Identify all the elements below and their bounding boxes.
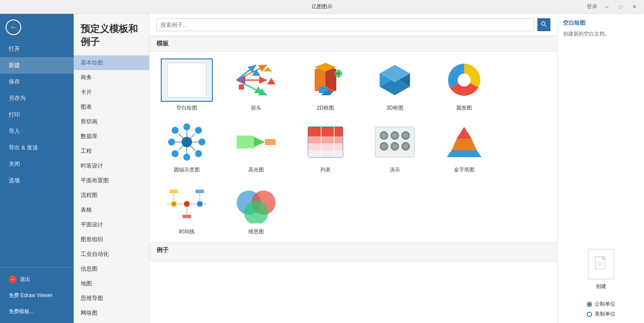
metric-label: 公制单位 <box>595 300 615 308</box>
svg-rect-52 <box>308 136 343 143</box>
category-item-table[interactable]: 表格 <box>74 203 149 217</box>
back-button[interactable]: ← <box>3 17 23 37</box>
sidebar-item-free-viewer[interactable]: 免费 Edraw Viewer <box>0 287 74 304</box>
category-item-engineering[interactable]: 工程 <box>74 144 149 158</box>
titlebar-title: 亿图图示 <box>312 3 332 10</box>
template-label-3d-box: 3D框图 <box>386 104 403 112</box>
titlebar: 亿图图示 登录 ─ □ ✕ <box>0 0 644 14</box>
close-label: 关闭 <box>9 160 20 168</box>
category-item-card[interactable]: 卡片 <box>74 85 149 100</box>
category-item-map[interactable]: 地图 <box>74 276 149 291</box>
category-item-org-chart[interactable]: 组织结构图 <box>74 320 149 323</box>
category-item-business[interactable]: 商务 <box>74 70 149 85</box>
svg-rect-85 <box>182 215 191 218</box>
template-icon-list <box>299 120 351 164</box>
sidebar-item-import[interactable]: 导入 <box>0 123 74 139</box>
template-item-blank[interactable]: 空白绘图 <box>156 58 217 112</box>
templates-section: 模板 空白绘图 箭头 2D框图 3D框 <box>150 36 557 323</box>
template-item-arrow[interactable]: 箭头 <box>226 58 286 112</box>
template-item-2d-box[interactable]: 2D框图 <box>295 58 356 112</box>
radio-imperial-icon <box>587 312 592 317</box>
category-item-flat-design[interactable]: 平面设计 <box>74 217 149 232</box>
sidebar-item-new[interactable]: 新建 <box>0 57 74 74</box>
svg-rect-86 <box>195 190 204 193</box>
blank-section-title: 空白绘图 <box>563 19 639 27</box>
svg-point-31 <box>183 123 190 130</box>
blank-section-desc: 创建新的空白文档。 <box>563 30 639 38</box>
template-icon-arrow <box>230 58 282 102</box>
sidebar-item-print[interactable]: 打印 <box>0 107 74 123</box>
sidebar-item-free-template[interactable]: 免费模板... <box>0 304 74 320</box>
svg-rect-84 <box>169 190 178 193</box>
svg-point-37 <box>172 127 179 134</box>
template-item-highlight[interactable]: 高光图 <box>226 120 286 174</box>
open-label: 打开 <box>9 45 20 53</box>
close-button[interactable]: ✕ <box>628 3 641 11</box>
template-item-venn[interactable]: 维恩图 <box>226 182 286 236</box>
template-item-demo[interactable]: 演示 <box>364 120 425 174</box>
template-icon-radial <box>161 120 213 164</box>
free-template-label: 免费模板... <box>9 308 34 315</box>
svg-rect-14 <box>239 84 244 90</box>
category-item-infographic[interactable]: 信息图 <box>74 262 149 276</box>
svg-marker-12 <box>267 78 276 84</box>
category-item-basic[interactable]: 基本绘图 <box>74 55 149 70</box>
sidebar-item-export[interactable]: 导出 & 发送 <box>0 139 74 156</box>
svg-point-33 <box>183 154 190 161</box>
imperial-label: 美制单位 <box>595 310 615 318</box>
svg-point-64 <box>381 133 387 138</box>
maximize-button[interactable]: □ <box>615 3 627 11</box>
template-label-demo: 演示 <box>390 166 400 174</box>
search-input[interactable] <box>156 18 534 31</box>
category-item-mindmap[interactable]: 思维导图 <box>74 291 149 306</box>
unit-metric[interactable]: 公制单位 <box>587 300 615 308</box>
sidebar-item-exit[interactable]: − 退出 <box>0 271 74 287</box>
login-link[interactable]: 登录 <box>587 3 597 10</box>
unit-imperial[interactable]: 美制单位 <box>587 310 615 318</box>
template-item-radial[interactable]: 圆辐示意图 <box>156 120 217 174</box>
sidebar: ← 打开 新建 保存 另存为 打印 导入 导出 & 发送 <box>0 14 74 323</box>
svg-point-79 <box>185 202 189 206</box>
sidebar-nav: 打开 新建 保存 另存为 打印 导入 导出 & 发送 关闭 <box>0 41 74 267</box>
search-button[interactable] <box>537 18 550 31</box>
template-item-3d-box[interactable]: 3D框图 <box>364 58 425 112</box>
svg-point-34 <box>168 139 175 145</box>
radio-metric-icon <box>587 302 592 307</box>
category-panel: 预定义模板和例子 基本绘图商务卡片图表剪切画数据库工程时装设计平面布置图流程图表… <box>74 14 150 323</box>
sidebar-item-save[interactable]: 保存 <box>0 74 74 90</box>
options-label: 选项 <box>9 177 20 184</box>
templates-header: 模板 <box>150 36 557 52</box>
minimize-button[interactable]: ─ <box>601 3 613 11</box>
category-item-flowchart[interactable]: 流程图 <box>74 188 149 203</box>
template-item-circle[interactable]: 圆形图 <box>434 58 494 112</box>
category-item-network[interactable]: 网络图 <box>74 306 149 320</box>
svg-rect-49 <box>265 139 276 145</box>
template-item-pyramid[interactable]: 金字塔图 <box>434 120 494 174</box>
sidebar-item-open[interactable]: 打开 <box>0 41 74 57</box>
svg-point-38 <box>172 150 179 157</box>
sidebar-item-close[interactable]: 关闭 <box>0 156 74 172</box>
svg-point-69 <box>403 144 408 149</box>
category-item-layout[interactable]: 平面布置图 <box>74 173 149 188</box>
template-label-list: 列表 <box>320 166 331 174</box>
category-item-graphic-org[interactable]: 图形组织 <box>74 232 149 247</box>
category-item-industrial[interactable]: 工业自动化 <box>74 247 149 262</box>
exit-label: 退出 <box>20 276 30 283</box>
template-icon-pyramid <box>438 120 490 164</box>
export-label: 导出 & 发送 <box>9 144 38 152</box>
template-item-list[interactable]: 列表 <box>295 120 356 174</box>
template-label-venn: 维恩图 <box>248 228 264 236</box>
category-item-clip[interactable]: 剪切画 <box>74 114 149 129</box>
create-button[interactable] <box>588 249 614 279</box>
sidebar-item-save-as[interactable]: 另存为 <box>0 90 74 107</box>
category-item-database[interactable]: 数据库 <box>74 129 149 144</box>
category-item-fashion[interactable]: 时装设计 <box>74 158 149 173</box>
sidebar-item-options[interactable]: 选项 <box>0 172 74 189</box>
template-icon-timeline <box>161 182 213 226</box>
category-item-chart[interactable]: 图表 <box>74 100 149 114</box>
create-label: 创建 <box>596 283 606 290</box>
right-panel: 空白绘图 创建新的空白文档。 创建 公制单位 <box>557 14 644 323</box>
new-label: 新建 <box>9 61 20 69</box>
template-item-timeline[interactable]: 时间线 <box>156 182 217 236</box>
template-label-radial: 圆辐示意图 <box>174 166 200 174</box>
